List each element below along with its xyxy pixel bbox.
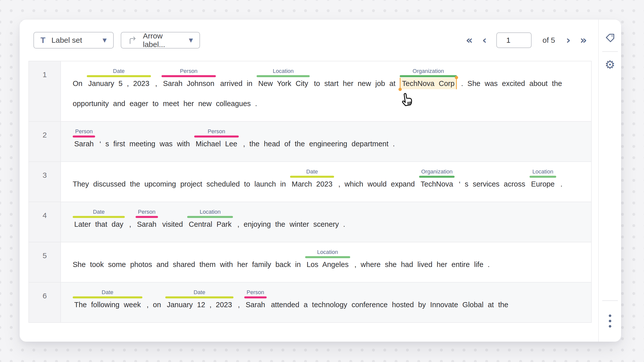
row-number: 2 xyxy=(29,122,61,161)
entity-span[interactable]: DateJanuary 12 , 2023 xyxy=(165,289,233,310)
sentence-content[interactable]: DateThe following week , on DateJanuary … xyxy=(61,283,591,322)
entity-text: March 2023 xyxy=(290,178,334,190)
entity-text: New York City xyxy=(257,78,310,89)
entity-underline xyxy=(400,75,457,77)
entity-underline xyxy=(305,256,350,258)
entity-text: The following week xyxy=(73,299,142,310)
table-row: 3They discussed the upcoming project sch… xyxy=(29,162,591,202)
last-page-button[interactable]: » xyxy=(580,35,587,46)
entity-underline xyxy=(73,216,125,218)
entity-label: Location xyxy=(530,168,556,175)
entity-underline xyxy=(530,176,556,178)
entity-text: TechNova Corp xyxy=(400,78,457,89)
page-count-label: of 5 xyxy=(543,36,555,44)
entity-label: Location xyxy=(257,68,310,74)
text-label-icon: T xyxy=(41,36,46,45)
page-number-input[interactable] xyxy=(496,32,532,48)
entity-span[interactable]: LocationLos Angeles xyxy=(305,249,350,270)
label-set-dropdown[interactable]: T Label set ▼ xyxy=(33,32,114,49)
row-number: 5 xyxy=(29,242,61,282)
table-row: 5She took some photos and shared them wi… xyxy=(29,242,591,283)
entity-label: Date xyxy=(73,289,142,296)
entity-underline xyxy=(73,135,95,138)
entity-span[interactable]: PersonMichael Lee xyxy=(194,128,239,150)
divider xyxy=(602,51,618,52)
entity-underline xyxy=(290,176,334,178)
entity-underline xyxy=(419,176,455,178)
entity-span[interactable]: LocationNew York City xyxy=(257,68,310,89)
entity-underline xyxy=(187,216,233,218)
annotation-card: T Label set ▼ Arrow label... ▼ « ‹ of 5 … xyxy=(20,20,621,342)
entity-span[interactable]: PersonSarah Johnson xyxy=(162,68,216,89)
sentence-content[interactable]: DateLater that day , PersonSarah visited… xyxy=(61,202,591,242)
entity-text: TechNova xyxy=(419,178,455,190)
table-row: 1On DateJanuary 5 , 2023 , PersonSarah J… xyxy=(29,61,591,122)
entity-span[interactable]: OrganizationTechNova xyxy=(419,168,455,190)
next-page-button[interactable]: › xyxy=(566,35,571,46)
table-row: 4DateLater that day , PersonSarah visite… xyxy=(29,202,591,242)
divider xyxy=(602,300,618,301)
sentence-table: 1On DateJanuary 5 , 2023 , PersonSarah J… xyxy=(28,61,592,323)
entity-text: Europe xyxy=(530,178,556,190)
entity-text: Sarah xyxy=(136,218,158,230)
entity-span[interactable]: DateThe following week xyxy=(73,289,142,310)
sentence-content[interactable]: They discussed the upcoming project sche… xyxy=(61,162,591,202)
entity-label: Organization xyxy=(400,68,457,74)
entity-label: Person xyxy=(162,68,216,74)
row-number: 1 xyxy=(29,61,61,121)
toolbar: T Label set ▼ Arrow label... ▼ « ‹ of 5 … xyxy=(20,20,598,61)
entity-span[interactable]: PersonSarah xyxy=(73,128,95,150)
entity-text: Los Angeles xyxy=(305,259,350,270)
entity-underline xyxy=(136,216,158,218)
entity-span[interactable]: LocationEurope xyxy=(530,168,556,190)
entity-text: Sarah Johnson xyxy=(162,78,216,89)
table-row: 6DateThe following week , on DateJanuary… xyxy=(29,283,591,323)
previous-page-button[interactable]: ‹ xyxy=(482,35,487,46)
entity-text: Sarah xyxy=(244,299,267,310)
entity-underline xyxy=(244,296,267,298)
entity-label: Organization xyxy=(419,168,455,175)
pagination: « ‹ of 5 › » xyxy=(466,32,587,48)
entity-span[interactable]: LocationCentral Park xyxy=(187,209,233,230)
entity-label: Date xyxy=(87,68,151,74)
table-row: 2PersonSarah ‘ s first meeting was with … xyxy=(29,122,591,162)
entity-span[interactable]: DateMarch 2023 xyxy=(290,168,334,190)
entity-label: Date xyxy=(290,168,334,175)
more-vertical-icon[interactable] xyxy=(609,314,611,328)
entity-underline xyxy=(165,296,233,298)
first-page-button[interactable]: « xyxy=(466,35,473,46)
entity-underline xyxy=(194,135,239,138)
entity-span[interactable]: OrganizationTechNova Corp xyxy=(400,68,457,89)
row-number: 4 xyxy=(29,202,61,242)
sentence-content[interactable]: She took some photos and shared them wit… xyxy=(61,242,591,282)
entity-text: January 12 , 2023 xyxy=(165,299,233,310)
row-number: 6 xyxy=(29,283,61,322)
tag-icon[interactable] xyxy=(605,33,615,44)
entity-label: Person xyxy=(194,128,239,135)
entity-label: Person xyxy=(73,128,95,135)
row-number: 3 xyxy=(29,162,61,202)
entity-underline xyxy=(257,75,310,77)
arrow-label-dropdown-label: Arrow label... xyxy=(143,32,177,49)
entity-span[interactable]: PersonSarah xyxy=(244,289,267,310)
sentence-content[interactable]: On DateJanuary 5 , 2023 , PersonSarah Jo… xyxy=(61,61,591,121)
entity-label: Person xyxy=(244,289,267,296)
entity-text: Michael Lee xyxy=(194,138,239,150)
entity-label: Date xyxy=(73,209,125,215)
entity-underline xyxy=(162,75,216,77)
sentence-content[interactable]: PersonSarah ‘ s first meeting was with P… xyxy=(61,122,591,161)
label-set-dropdown-label: Label set xyxy=(52,36,82,44)
chevron-down-icon: ▼ xyxy=(189,37,193,43)
entity-span[interactable]: PersonSarah xyxy=(136,209,158,230)
entity-label: Location xyxy=(305,249,350,255)
entity-text: Later that day xyxy=(73,218,125,230)
entity-label: Date xyxy=(165,289,233,296)
entity-text: January 5 , 2023 xyxy=(87,78,151,89)
arrow-turn-right-icon xyxy=(128,36,137,45)
entity-label: Location xyxy=(187,209,233,215)
gear-icon[interactable]: ⚙ xyxy=(605,59,615,70)
entity-span[interactable]: DateJanuary 5 , 2023 xyxy=(87,68,151,89)
entity-span[interactable]: DateLater that day xyxy=(73,209,125,230)
entity-text: Sarah xyxy=(73,138,95,150)
arrow-label-dropdown[interactable]: Arrow label... ▼ xyxy=(121,32,200,49)
